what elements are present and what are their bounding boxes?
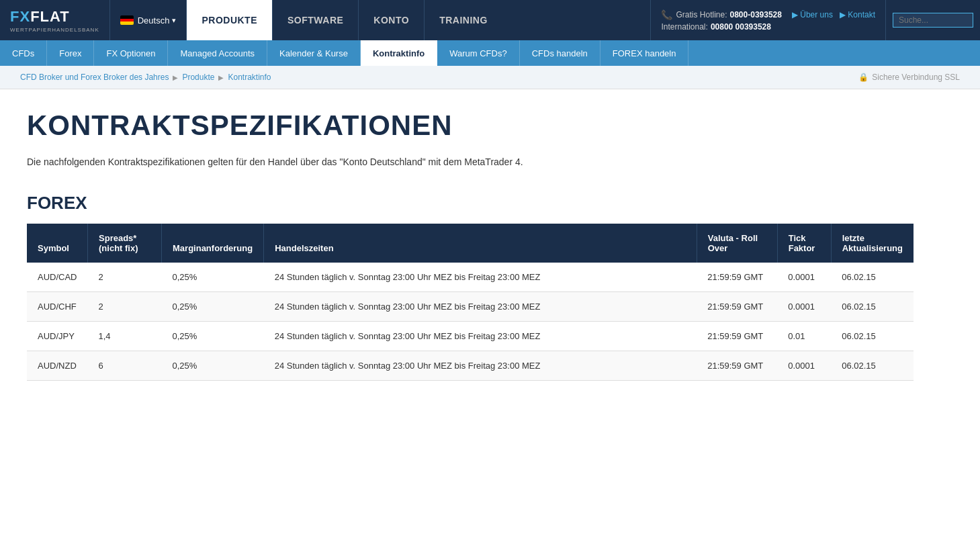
logo-text: FXFLAT — [10, 8, 70, 25]
nav-item-produkte[interactable]: PRODUKTE — [186, 0, 272, 40]
cell-tick-2: 0.01 — [777, 322, 831, 351]
cell-valuta-1: 21:59:59 GMT — [697, 292, 777, 322]
intl-row: International: 00800 00393528 — [661, 22, 875, 32]
col-header-tick: Tick Faktor — [777, 224, 831, 263]
cell-symbol-2: AUD/JPY — [27, 322, 88, 351]
kontakt-link[interactable]: ▶ Kontakt — [840, 10, 875, 19]
breadcrumb: CFD Broker und Forex Broker des Jahres ▶… — [20, 73, 271, 82]
cell-valuta-2: 21:59:59 GMT — [697, 322, 777, 351]
table-row: AUD/NZD60,25%24 Stunden täglich v. Sonnt… — [27, 351, 914, 381]
main-content: KONTRAKTSPEZIFIKATIONEN Die nachfolgende… — [0, 89, 940, 421]
col-header-margin: Marginanforderung — [162, 224, 264, 263]
cell-spreads-0: 2 — [88, 263, 162, 292]
nav-item-konto[interactable]: KONTO — [358, 0, 424, 40]
ssl-label: Sichere Verbindung SSL — [872, 73, 960, 82]
cell-handels-3: 24 Stunden täglich v. Sonntag 23:00 Uhr … — [264, 351, 697, 381]
logo-sub: WERTPAPIERHANDELSBANK — [10, 27, 99, 33]
contact-info: 📞 Gratis Hotline: 0800-0393528 ▶ Über un… — [650, 0, 885, 40]
cell-handels-0: 24 Stunden täglich v. Sonntag 23:00 Uhr … — [264, 263, 697, 292]
cell-margin-2: 0,25% — [162, 322, 264, 351]
language-label: Deutsch — [138, 15, 170, 26]
cell-symbol-0: AUD/CAD — [27, 263, 88, 292]
breadcrumb-item-3[interactable]: Kontraktinfo — [228, 73, 271, 82]
col-header-valuta: Valuta - Roll Over — [697, 224, 777, 263]
main-nav-items: PRODUKTE SOFTWARE KONTO TRAINING — [186, 0, 650, 40]
second-nav-kontraktinfo[interactable]: Kontraktinfo — [361, 40, 437, 66]
second-nav-forex[interactable]: Forex — [47, 40, 94, 66]
cell-letzte-2: 06.02.15 — [831, 322, 914, 351]
flag-icon — [120, 15, 134, 25]
second-nav-warum-cfds[interactable]: Warum CFDs? — [437, 40, 519, 66]
cell-margin-1: 0,25% — [162, 292, 264, 322]
cell-spreads-3: 6 — [88, 351, 162, 381]
cell-margin-3: 0,25% — [162, 351, 264, 381]
lock-icon: 🔒 — [858, 73, 868, 82]
col-header-handels: Handelszeiten — [264, 224, 697, 263]
cell-valuta-0: 21:59:59 GMT — [697, 263, 777, 292]
section-title-forex: FOREX — [27, 193, 914, 214]
second-nav-fx-optionen[interactable]: FX Optionen — [94, 40, 168, 66]
top-nav: FXFLAT WERTPAPIERHANDELSBANK Deutsch ▾ P… — [0, 0, 980, 40]
cell-tick-0: 0.0001 — [777, 263, 831, 292]
second-nav-kalender[interactable]: Kalender & Kurse — [267, 40, 361, 66]
nav-item-training[interactable]: TRAINING — [424, 0, 502, 40]
page-description: Die nachfolgenden Kontraktspezifikatione… — [27, 155, 914, 169]
cell-tick-1: 0.0001 — [777, 292, 831, 322]
logo: FXFLAT WERTPAPIERHANDELSBANK — [0, 0, 109, 40]
breadcrumb-item-2[interactable]: Produkte — [182, 73, 214, 82]
top-links: ▶ Über uns ▶ Kontakt — [792, 10, 875, 19]
hotline-row: 📞 Gratis Hotline: 0800-0393528 ▶ Über un… — [661, 9, 875, 20]
intl-label: International: — [661, 22, 707, 32]
page-title: KONTRAKTSPEZIFIKATIONEN — [27, 109, 914, 142]
cell-margin-0: 0,25% — [162, 263, 264, 292]
hotline-number: 0800-0393528 — [730, 10, 782, 19]
cell-letzte-1: 06.02.15 — [831, 292, 914, 322]
cell-valuta-3: 21:59:59 GMT — [697, 351, 777, 381]
col-header-spreads: Spreads* (nicht fix) — [88, 224, 162, 263]
table-header-row: Symbol Spreads* (nicht fix) Marginanford… — [27, 224, 914, 263]
cell-symbol-3: AUD/NZD — [27, 351, 88, 381]
table-row: AUD/CAD20,25%24 Stunden täglich v. Sonnt… — [27, 263, 914, 292]
second-nav-cfds[interactable]: CFDs — [0, 40, 47, 66]
breadcrumb-area: CFD Broker und Forex Broker des Jahres ▶… — [0, 66, 980, 89]
second-nav: CFDs Forex FX Optionen Managed Accounts … — [0, 40, 980, 66]
col-header-letzte: letzte Aktualisierung — [831, 224, 914, 263]
intl-number: 00800 00393528 — [711, 22, 771, 32]
cell-handels-1: 24 Stunden täglich v. Sonntag 23:00 Uhr … — [264, 292, 697, 322]
breadcrumb-sep-2: ▶ — [218, 74, 224, 81]
cell-spreads-1: 2 — [88, 292, 162, 322]
breadcrumb-item-1[interactable]: CFD Broker und Forex Broker des Jahres — [20, 73, 169, 82]
cell-letzte-3: 06.02.15 — [831, 351, 914, 381]
second-nav-managed-accounts[interactable]: Managed Accounts — [168, 40, 267, 66]
ssl-badge: 🔒 Sichere Verbindung SSL — [858, 73, 960, 82]
col-header-symbol: Symbol — [27, 224, 88, 263]
cell-spreads-2: 1,4 — [88, 322, 162, 351]
cell-letzte-0: 06.02.15 — [831, 263, 914, 292]
phone-icon: 📞 — [661, 9, 672, 20]
breadcrumb-sep-1: ▶ — [173, 74, 178, 81]
search-area — [885, 0, 980, 40]
search-input[interactable] — [893, 13, 973, 28]
dropdown-arrow: ▾ — [172, 16, 176, 25]
cell-handels-2: 24 Stunden täglich v. Sonntag 23:00 Uhr … — [264, 322, 697, 351]
cell-symbol-1: AUD/CHF — [27, 292, 88, 322]
table-row: AUD/CHF20,25%24 Stunden täglich v. Sonnt… — [27, 292, 914, 322]
hotline-label: Gratis Hotline: — [676, 10, 727, 19]
table-row: AUD/JPY1,40,25%24 Stunden täglich v. Son… — [27, 322, 914, 351]
language-selector[interactable]: Deutsch ▾ — [109, 0, 187, 40]
nav-item-software[interactable]: SOFTWARE — [272, 0, 358, 40]
second-nav-cfds-handeln[interactable]: CFDs handeln — [520, 40, 600, 66]
second-nav-forex-handeln[interactable]: FOREX handeln — [600, 40, 689, 66]
ueber-uns-link[interactable]: ▶ Über uns — [792, 10, 833, 19]
cell-tick-3: 0.0001 — [777, 351, 831, 381]
forex-table: Symbol Spreads* (nicht fix) Marginanford… — [27, 224, 914, 381]
